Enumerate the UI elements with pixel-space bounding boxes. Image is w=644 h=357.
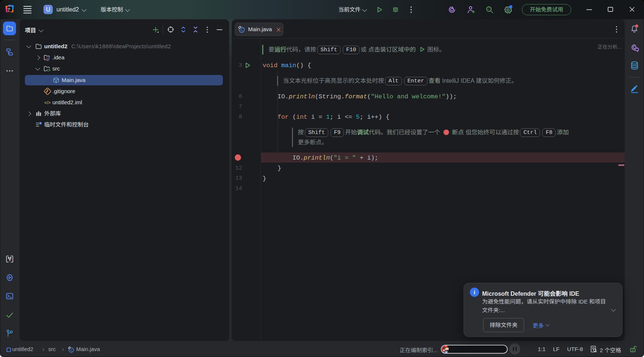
svg-text:<>: <> xyxy=(46,68,50,72)
svg-text:IJ: IJ xyxy=(46,57,49,60)
svg-text:IJ: IJ xyxy=(8,7,10,10)
svg-text:</>: </> xyxy=(44,100,51,105)
svg-text:C: C xyxy=(70,348,73,352)
svg-text:C: C xyxy=(241,27,244,32)
